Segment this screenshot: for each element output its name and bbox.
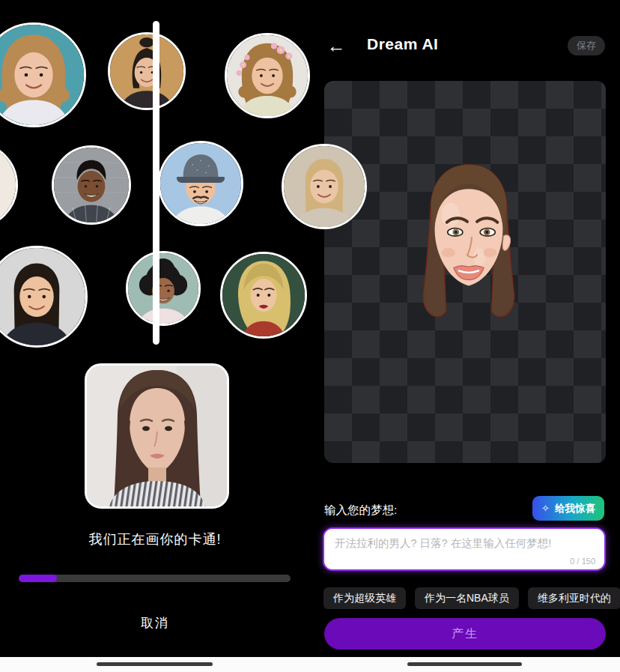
chip-superhero[interactable]: 作为超级英雄 [323, 587, 406, 609]
avatar-flower-woman-cartoon [225, 33, 310, 118]
surprise-me-label: 给我惊喜 [555, 502, 595, 515]
chip-nba-player[interactable]: 作为一名NBA球员 [415, 587, 519, 609]
back-icon[interactable]: ← [325, 34, 347, 57]
char-counter: 0 / 150 [570, 557, 595, 566]
home-indicator-left[interactable] [97, 662, 213, 666]
home-indicator-right[interactable] [407, 662, 522, 666]
avatar-partial-left [0, 142, 18, 228]
save-button[interactable]: 保存 [568, 36, 605, 55]
avatar-ponytail-woman-photo [108, 32, 186, 110]
user-photo-card [85, 363, 229, 509]
dream-input[interactable] [324, 529, 604, 569]
cancel-button[interactable]: 取消 [0, 614, 310, 632]
user-photo [87, 366, 227, 506]
before-after-divider-line [153, 21, 159, 345]
dream-input-container: 0 / 150 [323, 527, 606, 571]
generate-button[interactable]: 产生 [324, 618, 606, 650]
dream-editor-pane: ← Dream AI 保存 [310, 0, 620, 672]
progress-pane: 我们正在画你的卡通! 取消 [0, 0, 310, 672]
dream-ai-screen: 我们正在画你的卡通! 取消 ← Dream AI 保存 [0, 0, 620, 672]
avatar-partial-right-blonde [282, 144, 367, 229]
surprise-me-button[interactable]: ✧ 给我惊喜 [532, 496, 604, 521]
avatar-afro-woman [126, 251, 201, 326]
transparency-canvas [324, 81, 606, 463]
avatar-blonde-woman-photo [0, 22, 86, 127]
chip-victorian[interactable]: 维多利亚时代的 [528, 587, 620, 609]
drawing-caption: 我们正在画你的卡通! [0, 530, 310, 548]
cartoon-progress-bar [19, 575, 291, 582]
sparkle-icon: ✧ [541, 503, 550, 514]
avatar-man-photo [52, 145, 131, 225]
system-bottom-strip [0, 657, 620, 672]
avatar-hijab-woman-cartoon [220, 252, 307, 339]
avatar-cap-man-cartoon [158, 141, 243, 226]
app-header: ← Dream AI 保存 [310, 30, 620, 64]
suggestion-chips-row: 作为超级英雄 作为一名NBA球员 维多利亚时代的 [323, 587, 620, 609]
avatar-asian-woman-photo [0, 246, 88, 348]
dream-prompt-label: 输入您的梦想: [324, 503, 397, 518]
generated-cartoon-face [407, 160, 531, 322]
cartoon-progress-fill [19, 575, 57, 582]
page-title: Dream AI [367, 35, 438, 53]
